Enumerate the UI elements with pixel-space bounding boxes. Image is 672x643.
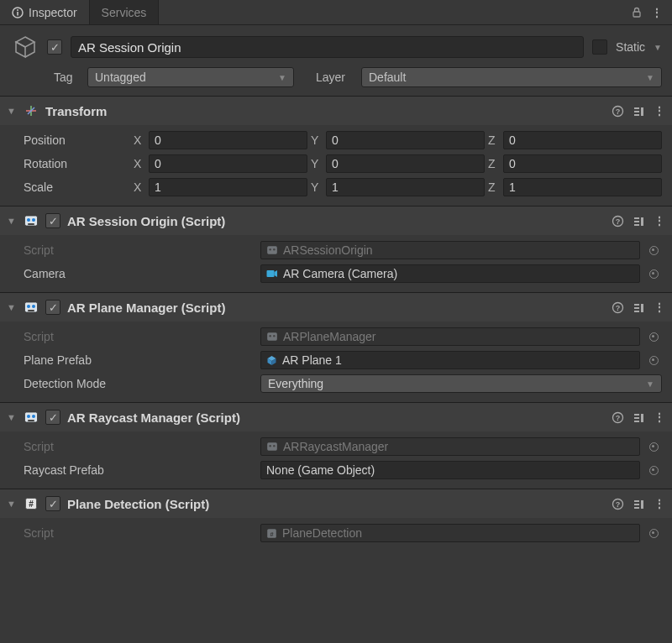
property-label: Rotation: [24, 157, 129, 170]
svg-rect-8: [634, 114, 639, 116]
object-picker-icon[interactable]: [645, 524, 662, 542]
scale-y-input[interactable]: [326, 178, 485, 196]
kebab-icon[interactable]: ⋮: [654, 301, 665, 314]
component-header[interactable]: ▼ ✓ AR Session Origin (Script) ? ⋮: [0, 206, 672, 235]
component-enabled-checkbox[interactable]: ✓: [45, 300, 60, 315]
kebab-icon[interactable]: ⋮: [651, 6, 664, 19]
position-z-input[interactable]: [503, 131, 662, 149]
component-header[interactable]: ▼ ✓ AR Raycast Manager (Script) ? ⋮: [0, 403, 672, 431]
object-picker-icon[interactable]: [645, 461, 662, 479]
axis-label-z: Z: [488, 180, 500, 194]
script-field: ARPlaneManager: [260, 327, 640, 346]
layer-dropdown[interactable]: Default ▼: [361, 67, 662, 87]
ar-script-icon: [24, 213, 39, 228]
help-icon[interactable]: ?: [612, 498, 624, 510]
scale-x-input[interactable]: [149, 178, 307, 196]
detection-mode-value: Everything: [268, 377, 323, 390]
property-row-rotation: Rotation X Y Z: [0, 152, 672, 175]
tag-label: Tag: [54, 71, 81, 84]
detection-mode-dropdown[interactable]: Everything ▼: [260, 374, 662, 393]
plane-prefab-field[interactable]: AR Plane 1: [260, 351, 640, 369]
help-icon[interactable]: ?: [612, 301, 624, 314]
component-enabled-checkbox[interactable]: ✓: [45, 496, 60, 511]
camera-icon: [266, 269, 278, 279]
svg-rect-30: [634, 304, 639, 306]
help-icon[interactable]: ?: [612, 215, 624, 227]
tag-layer-row: Tag Untagged ▼ Layer Default ▼: [0, 65, 672, 96]
svg-point-49: [273, 445, 275, 447]
foldout-icon[interactable]: ▼: [7, 412, 17, 422]
object-picker-icon[interactable]: [645, 351, 662, 369]
object-picker-icon[interactable]: [645, 327, 662, 346]
foldout-icon[interactable]: ▼: [7, 302, 17, 312]
component-enabled-checkbox[interactable]: ✓: [45, 213, 60, 228]
foldout-icon[interactable]: ▼: [7, 499, 17, 509]
preset-icon[interactable]: [633, 498, 645, 510]
component-header[interactable]: ▼ ✓ AR Plane Manager (Script) ? ⋮: [0, 293, 672, 322]
svg-rect-32: [634, 311, 639, 312]
info-icon: [12, 7, 24, 18]
position-y-input[interactable]: [326, 131, 485, 149]
svg-rect-40: [28, 420, 34, 421]
ar-script-icon: [266, 441, 278, 452]
tab-bar: Inspector Services ⋮: [0, 0, 672, 25]
transform-icon: [24, 103, 39, 118]
property-label: Raycast Prefab: [24, 463, 255, 477]
static-dropdown-caret[interactable]: ▼: [654, 43, 662, 52]
object-picker-icon[interactable]: [645, 264, 662, 283]
tab-services[interactable]: Services: [90, 0, 160, 24]
axis-label-y: Y: [311, 180, 323, 194]
object-picker-icon[interactable]: [645, 437, 662, 456]
camera-field[interactable]: AR Camera (Camera): [260, 264, 640, 283]
lock-icon[interactable]: [631, 7, 643, 18]
tag-dropdown[interactable]: Untagged ▼: [87, 67, 294, 87]
rotation-x-input[interactable]: [149, 154, 307, 173]
position-x-input[interactable]: [149, 131, 307, 149]
svg-point-35: [269, 335, 270, 337]
component-header[interactable]: ▼ # ✓ Plane Detection (Script) ? ⋮: [0, 489, 672, 518]
svg-rect-18: [634, 224, 639, 226]
preset-icon[interactable]: [633, 301, 645, 314]
property-label: Script: [24, 330, 255, 343]
gameobject-name-input[interactable]: [71, 36, 584, 58]
property-row-scale: Scale X Y Z: [0, 175, 672, 199]
ar-script-icon: [266, 331, 278, 342]
rotation-z-input[interactable]: [503, 154, 662, 173]
preset-icon[interactable]: [633, 105, 645, 118]
svg-rect-46: [641, 414, 643, 422]
svg-rect-6: [634, 107, 639, 109]
component-title: AR Raycast Manager (Script): [67, 410, 605, 425]
ar-script-icon: [24, 410, 39, 425]
component-enabled-checkbox[interactable]: ✓: [45, 410, 60, 425]
chevron-down-icon: ▼: [646, 73, 654, 82]
raycast-prefab-field[interactable]: None (Game Object): [260, 461, 640, 479]
script-field: ARRaycastManager: [260, 437, 640, 456]
kebab-icon[interactable]: ⋮: [654, 497, 665, 510]
preset-icon[interactable]: [633, 411, 645, 424]
svg-rect-44: [634, 417, 639, 419]
kebab-icon[interactable]: ⋮: [654, 214, 665, 227]
component-header[interactable]: ▼ Transform ? ⋮: [0, 97, 672, 125]
property-row-script: Script ARRaycastManager: [0, 435, 672, 458]
component-ar-raycast-manager: ▼ ✓ AR Raycast Manager (Script) ? ⋮ Scri…: [0, 402, 672, 489]
help-icon[interactable]: ?: [612, 105, 624, 118]
tab-inspector[interactable]: Inspector: [0, 0, 90, 24]
property-row-script: Script # PlaneDetection: [0, 521, 672, 545]
scale-z-input[interactable]: [503, 178, 662, 196]
object-picker-icon[interactable]: [645, 241, 662, 259]
static-label: Static: [616, 40, 645, 54]
foldout-icon[interactable]: ▼: [7, 106, 17, 116]
static-checkbox[interactable]: [592, 39, 607, 55]
preset-icon[interactable]: [633, 215, 645, 227]
svg-point-25: [27, 305, 30, 308]
kebab-icon[interactable]: ⋮: [654, 410, 665, 424]
axis-label-x: X: [134, 157, 145, 170]
help-icon[interactable]: ?: [612, 411, 624, 424]
kebab-icon[interactable]: ⋮: [654, 104, 665, 118]
rotation-y-input[interactable]: [326, 154, 485, 173]
property-label: Script: [24, 526, 255, 540]
enabled-checkbox[interactable]: ✓: [47, 39, 62, 55]
tab-label: Inspector: [29, 6, 77, 19]
foldout-icon[interactable]: ▼: [7, 216, 17, 226]
svg-point-22: [273, 248, 275, 250]
